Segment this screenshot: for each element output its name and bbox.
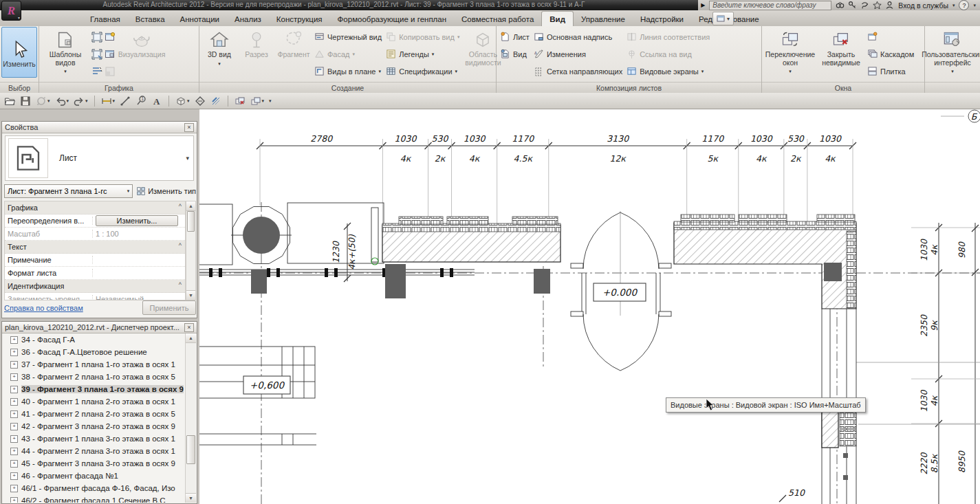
scroll-up-icon[interactable]: ▲ <box>186 201 195 211</box>
panel-title[interactable]: Выбор <box>0 82 39 93</box>
lasso-icon[interactable] <box>860 1 869 10</box>
ribbon-state-toggle[interactable]: ▾ <box>712 12 734 25</box>
person-icon[interactable] <box>885 1 894 10</box>
plan-views-button[interactable]: Виды в плане ▾ <box>314 65 382 78</box>
close-icon[interactable]: × <box>184 123 194 132</box>
close-icon[interactable]: × <box>184 323 194 332</box>
type-selector[interactable]: Лист ▾ <box>5 135 194 181</box>
level-label-0000[interactable]: +0.000 <box>594 283 646 301</box>
properties-header[interactable]: Свойства × <box>2 122 197 133</box>
help-button[interactable]: ? <box>959 0 969 10</box>
property-row[interactable]: Графика ^ <box>5 201 185 215</box>
new-window-button[interactable] <box>867 31 914 43</box>
ribbon-tab[interactable]: Совместная работа <box>454 12 541 26</box>
apply-button[interactable]: Применить <box>142 300 196 315</box>
expand-icon[interactable]: + <box>10 435 18 443</box>
sync-button[interactable]: ▾ <box>36 96 50 107</box>
dim-brick-value[interactable]: 4к+(50) <box>347 234 357 270</box>
property-row[interactable]: Формат листа ^ <box>5 267 185 280</box>
scroll-up-icon[interactable]: ▲ <box>186 333 196 343</box>
aligned-dimension-button[interactable]: ▾ <box>101 96 116 107</box>
view-templates-button[interactable]: Шаблоны видов ▾ <box>41 27 90 81</box>
sheet-item[interactable]: + 41 - Фрагмент 2 плана 2-го этажа в ося… <box>9 408 186 420</box>
drawing-canvas[interactable]: 278010304к5302к10304к11704.5к313012к1170… <box>199 109 980 504</box>
expand-icon[interactable]: + <box>10 336 18 344</box>
user-interface-button[interactable]: Пользовательский интерфейс ▾ <box>922 27 980 81</box>
section-tool-button[interactable] <box>195 96 206 107</box>
guide-grid-button[interactable]: Сетка направляющих <box>534 65 622 78</box>
visibility-graphics-icon[interactable] <box>91 32 102 43</box>
expand-icon[interactable]: + <box>10 361 18 369</box>
drafting-view-button[interactable]: Чертежный вид <box>314 31 382 43</box>
expand-icon[interactable]: + <box>10 472 18 480</box>
view-button[interactable]: Вид <box>500 48 530 61</box>
sheet-item[interactable]: + 43 - Фрагмент 1 плана 3-го этажа в ося… <box>9 432 186 445</box>
chevron-down-icon[interactable]: ▾ <box>186 155 193 162</box>
scroll-down-icon[interactable]: ▼ <box>186 290 195 300</box>
expand-icon[interactable]: + <box>10 485 18 492</box>
right-dimension-string[interactable]: 10304к23509к10304к22208.5к9808950 <box>911 223 980 504</box>
expand-icon[interactable]: + <box>10 386 18 393</box>
application-menu-button[interactable]: R ▾ <box>1 1 21 21</box>
sheet-item[interactable]: + 39 - Фрагмент 3 плана 1-го этажа в ося… <box>9 383 186 395</box>
property-row[interactable]: Примечание ^ <box>5 254 185 267</box>
sheet-item[interactable]: + 44 - Фрагмент 2 плана 3-го этажа в ося… <box>9 445 186 457</box>
sheet-item[interactable]: + 45 - Фрагмент 3 плана 3-го этажа в ося… <box>9 457 186 470</box>
sheet-item[interactable]: + 46/2 - Фрагмент фасада 1.Сечение В,С <box>9 494 186 503</box>
scroll-thumb[interactable] <box>186 435 195 464</box>
sheet-item[interactable]: + 34 - Фасад Г-А <box>9 333 186 346</box>
expand-icon[interactable]: + <box>10 460 18 468</box>
close-hidden-windows-button[interactable] <box>235 96 246 107</box>
edit-type-button[interactable]: Изменить тип <box>136 186 196 196</box>
chevron-down-icon[interactable]: ▾ <box>973 3 976 8</box>
tag-button[interactable]: 1 <box>135 96 146 107</box>
expand-icon[interactable]: + <box>10 410 18 418</box>
expand-icon[interactable]: + <box>10 448 18 455</box>
star-icon[interactable] <box>873 1 882 10</box>
browser-scrollbar[interactable]: ▲ ▼ <box>185 333 196 503</box>
expand-icon[interactable]: + <box>10 398 18 406</box>
temporary-hide-icon[interactable] <box>91 49 102 60</box>
revisions-button[interactable]: Δ Изменения <box>534 48 622 61</box>
ribbon-tab[interactable]: Управление <box>574 12 633 26</box>
expand-icon[interactable]: + <box>10 497 18 503</box>
cascade-button[interactable]: Каскадом <box>867 48 914 61</box>
scroll-down-icon[interactable]: ▼ <box>186 493 196 503</box>
filter-dialog-icon[interactable] <box>105 32 116 43</box>
collapse-icon[interactable]: ^ <box>179 242 182 249</box>
sheet-item[interactable]: + 46/1 - Фрагмент фасада Ф-16, Фасад, Из… <box>9 482 186 494</box>
panel-title[interactable]: Композиция листов <box>497 82 761 93</box>
viewports-button[interactable]: Видовые экраны ▾ <box>627 65 710 78</box>
ribbon-tab[interactable]: Аннотации <box>173 12 227 26</box>
ribbon-tab[interactable]: Анализ <box>227 12 269 26</box>
expand-icon[interactable]: + <box>10 423 18 430</box>
sheet-item[interactable]: + 38 - Фрагмент 2 плана 1-го этажа в ося… <box>9 371 186 383</box>
panel-title[interactable]: Графика <box>39 82 199 93</box>
sheet-button[interactable]: Лист <box>500 31 530 43</box>
browser-header[interactable]: plan_kirova_120210_2012.rvt - Диспетчер … <box>2 322 197 333</box>
dim-510[interactable]: 510 <box>788 487 805 498</box>
property-row[interactable]: Масштаб 1 : 100 ^ <box>5 228 185 241</box>
ribbon-tab[interactable]: Вид <box>541 11 574 26</box>
switch-windows-button[interactable]: Переключение окон ▾ <box>763 27 817 81</box>
filter-lines-icon[interactable] <box>91 66 102 77</box>
property-row[interactable]: Идентификация ^ <box>5 280 185 293</box>
switch-windows-qat-button[interactable]: ▾ <box>250 96 265 107</box>
redo-button[interactable]: ▾ <box>74 96 88 107</box>
qat-customize-icon[interactable]: ▾ <box>269 98 272 104</box>
double-door-bottom[interactable] <box>571 311 671 371</box>
type-combo[interactable]: Лист: Фрагмент 3 плана 1-гс ▾ <box>4 184 133 198</box>
property-row[interactable]: Текст ^ <box>5 241 185 254</box>
ribbon-tab[interactable]: Формообразующие и генплан <box>330 12 454 26</box>
sheet-item[interactable]: + 36 - Фасад Г-А.Цветовое решение <box>9 346 186 358</box>
ribbon-tab[interactable]: Главная <box>83 12 128 26</box>
properties-help-link[interactable]: Справка по свойствам <box>4 304 83 312</box>
property-row[interactable]: Зависимость уровня Независимый ^ <box>5 293 185 300</box>
measure-button[interactable] <box>120 96 131 107</box>
open-button[interactable] <box>4 96 15 107</box>
sheet-item[interactable]: + 40 - Фрагмент 1 плана 2-го этажа в ося… <box>9 395 186 408</box>
search-input[interactable]: Введите ключевое слово/фразу <box>709 1 831 10</box>
sign-in-button[interactable]: Вход в службы <box>898 1 948 10</box>
chevron-down-icon[interactable]: ▾ <box>952 3 955 8</box>
titleblock-button[interactable]: Основная надпись <box>534 31 622 43</box>
